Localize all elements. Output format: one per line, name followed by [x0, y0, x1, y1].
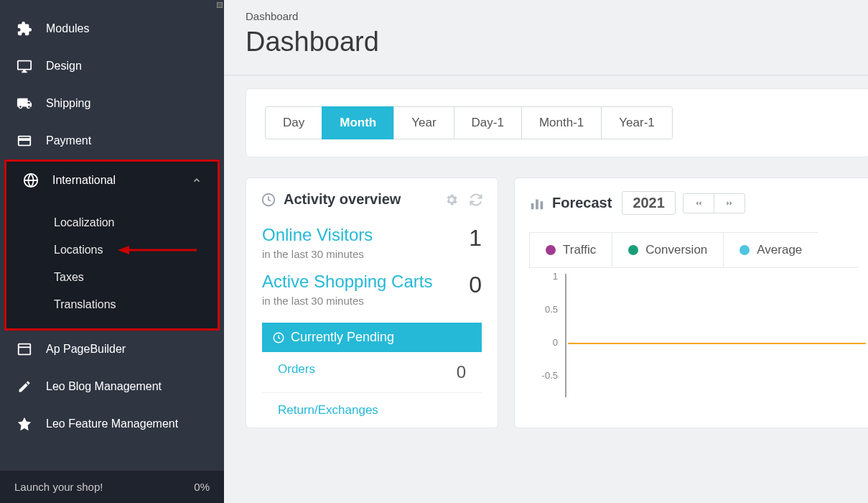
annotation-highlight: International Localization Locations Tax… [4, 160, 220, 331]
stat-online-visitors[interactable]: Online Visitors in the last 30 minutes 1 [246, 218, 498, 264]
svg-rect-7 [531, 203, 534, 209]
sidebar-item-international[interactable]: International [6, 162, 218, 199]
tab-conversion[interactable]: Conversion [612, 232, 724, 267]
range-year-minus-1-button[interactable]: Year-1 [601, 106, 672, 139]
range-month-minus-1-button[interactable]: Month-1 [521, 106, 602, 139]
sidebar-item-shipping[interactable]: Shipping [0, 85, 224, 122]
ytick: 0.5 [529, 304, 558, 315]
sidebar-item-modules[interactable]: Modules [0, 10, 224, 47]
forecast-panel: Forecast 2021 Traffic [514, 177, 868, 428]
date-range-card: Day Month Year Day-1 Month-1 Year-1 [246, 88, 868, 157]
range-day-minus-1-button[interactable]: Day-1 [454, 106, 522, 139]
sidebar-item-label: Leo Blog Management [46, 380, 208, 393]
range-month-button[interactable]: Month [322, 106, 394, 139]
sidebar-item-translations[interactable]: Translations [6, 291, 218, 318]
traffic-dot-icon [546, 245, 556, 255]
stat-subtitle: in the last 30 minutes [262, 248, 373, 260]
sidebar-item-label: International [52, 174, 192, 187]
pending-title: Currently Pending [291, 330, 394, 345]
pending-value: 0 [457, 362, 466, 382]
forecast-panel-header: Forecast 2021 [515, 191, 868, 225]
ytick: 0 [529, 337, 558, 348]
activity-title: Activity overview [284, 191, 401, 208]
average-dot-icon [739, 245, 750, 255]
sidebar-item-taxes[interactable]: Taxes [6, 264, 218, 291]
tab-traffic[interactable]: Traffic [529, 232, 612, 267]
refresh-icon[interactable] [469, 193, 483, 207]
forecast-chart: 1 0.5 0 -0.5 [515, 268, 868, 397]
sidebar-item-label: Shipping [46, 97, 208, 110]
forecast-tabs: Traffic Conversion Average [529, 232, 859, 268]
date-range-group: Day Month Year Day-1 Month-1 Year-1 [265, 106, 673, 139]
clock-icon [261, 192, 276, 208]
activity-panel-header: Activity overview [246, 191, 498, 218]
sidebar-item-label: Ap PageBuilder [46, 343, 208, 356]
sidebar-item-label: Payment [46, 134, 208, 147]
sidebar-item-leo-feature[interactable]: Leo Feature Management [0, 405, 224, 443]
sidebar: Modules Design Shipping Payment [0, 0, 224, 503]
tab-label: Traffic [563, 243, 596, 257]
window-icon [16, 341, 33, 358]
stat-value: 1 [469, 225, 482, 251]
sidebar-item-label: Design [46, 60, 208, 73]
sidebar-item-label: Leo Feature Management [46, 417, 208, 430]
sidebar-nav: Modules Design Shipping Payment [0, 0, 224, 471]
conversion-dot-icon [628, 245, 638, 255]
truck-icon [16, 95, 33, 112]
puzzle-icon [16, 20, 33, 37]
sidebar-subnav-international: Localization Locations Taxes Translation… [6, 199, 218, 323]
svg-rect-8 [536, 199, 538, 209]
globe-icon [22, 172, 39, 189]
divider [224, 75, 868, 75]
sidebar-item-payment[interactable]: Payment [0, 122, 224, 160]
chevron-up-icon [192, 175, 202, 185]
clock-icon [272, 331, 285, 344]
sidebar-footer[interactable]: Launch your shop! 0% [0, 471, 224, 503]
pending-returns[interactable]: Return/Exchanges [262, 393, 482, 428]
chart-y-axis [565, 274, 566, 397]
pending-header: Currently Pending [262, 323, 482, 352]
prev-year-button[interactable] [683, 194, 714, 213]
stat-title: Online Visitors [262, 225, 373, 245]
range-year-button[interactable]: Year [393, 106, 454, 139]
range-day-button[interactable]: Day [265, 106, 322, 139]
sidebar-item-label: Modules [46, 22, 208, 35]
annotation-arrow-icon [118, 244, 197, 256]
svg-marker-2 [118, 246, 129, 254]
activity-panel: Activity overview Online Visitors [246, 177, 498, 428]
forecast-year: 2021 [622, 191, 676, 215]
card-icon [16, 132, 33, 149]
gear-icon[interactable] [444, 193, 459, 207]
launch-shop-progress: 0% [194, 481, 210, 493]
sidebar-item-design[interactable]: Design [0, 47, 224, 85]
forecast-title: Forecast [552, 195, 612, 211]
tab-label: Average [757, 243, 802, 257]
svg-rect-3 [19, 344, 31, 355]
breadcrumb: Dashboard [246, 10, 868, 22]
stat-title: Active Shopping Carts [262, 272, 432, 292]
sidebar-item-localization[interactable]: Localization [6, 209, 218, 236]
monitor-icon [16, 57, 33, 75]
pending-label: Orders [278, 362, 315, 382]
page-title: Dashboard [246, 27, 868, 57]
ytick: 1 [529, 271, 558, 282]
stat-active-carts[interactable]: Active Shopping Carts in the last 30 min… [246, 264, 498, 311]
launch-shop-label: Launch your shop! [14, 481, 103, 493]
svg-rect-9 [541, 201, 543, 209]
sidebar-item-ap-pagebuilder[interactable]: Ap PageBuilder [0, 331, 224, 368]
star-icon [16, 415, 33, 433]
scroll-indicator[interactable] [217, 2, 223, 8]
bar-chart-icon [529, 195, 545, 211]
sidebar-item-locations[interactable]: Locations [6, 236, 218, 264]
stat-value: 0 [469, 272, 482, 298]
forecast-year-nav [683, 193, 745, 213]
tab-average[interactable]: Average [723, 232, 818, 267]
page-header: Dashboard Dashboard [224, 0, 868, 75]
next-year-button[interactable] [714, 194, 745, 213]
stat-subtitle: in the last 30 minutes [262, 295, 432, 307]
chart-series-line [568, 343, 866, 344]
pending-orders[interactable]: Orders 0 [262, 352, 482, 393]
ytick: -0.5 [529, 370, 558, 381]
sidebar-item-label: Locations [54, 244, 103, 256]
sidebar-item-leo-blog[interactable]: Leo Blog Management [0, 368, 224, 405]
